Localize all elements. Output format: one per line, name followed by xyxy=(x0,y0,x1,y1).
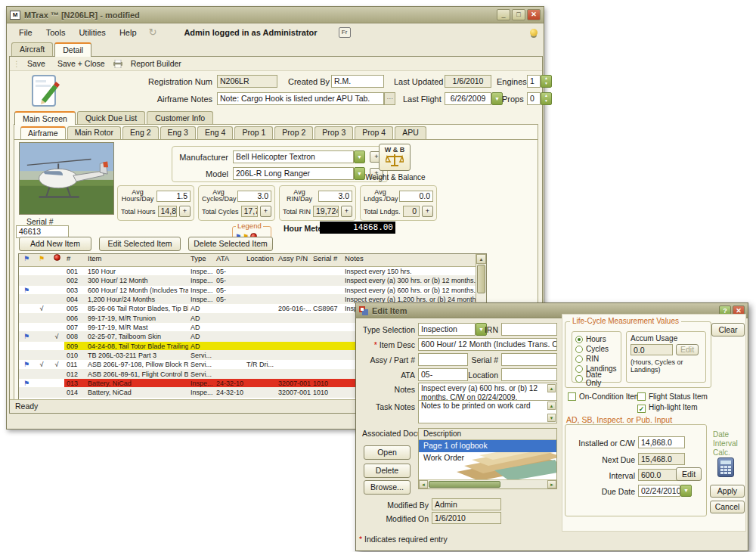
manufacturer-dropdown-icon[interactable]: ▼ xyxy=(354,150,365,163)
minimize-button[interactable]: _ xyxy=(497,9,510,20)
tab-main-screen[interactable]: Main Screen xyxy=(14,111,76,125)
task-scroll-up-icon[interactable]: ▲ xyxy=(547,402,556,410)
tab-prop-2[interactable]: Prop 2 xyxy=(274,126,313,139)
interval-edit-button[interactable]: Edit xyxy=(676,467,702,481)
last-flight-dropdown-icon[interactable]: ▼ xyxy=(491,92,503,105)
menu-help[interactable]: Help xyxy=(113,26,143,39)
tab-detail[interactable]: Detail xyxy=(54,42,91,57)
installed-input[interactable]: 14,868.0 xyxy=(638,436,685,448)
registration-input[interactable]: N206LR xyxy=(217,75,277,88)
open-document-button[interactable]: Open xyxy=(364,445,411,460)
props-input[interactable]: 0 xyxy=(527,92,541,105)
browse-document-button[interactable]: Browse... xyxy=(364,480,411,495)
dlg-location-input[interactable] xyxy=(501,368,557,381)
header-blue-flag-icon[interactable]: ⚑ xyxy=(19,254,34,266)
avg-landings-input[interactable]: 0.0 xyxy=(399,191,433,202)
total-rin-plus-button[interactable]: + xyxy=(341,206,352,217)
save-close-button[interactable]: Save + Close xyxy=(53,57,110,70)
airframe-notes-input[interactable]: Note: Cargo Hook is listed under APU Tab… xyxy=(217,92,384,105)
tab-prop-1[interactable]: Prop 1 xyxy=(234,126,273,139)
delete-document-button[interactable]: Delete xyxy=(364,464,411,478)
delete-selected-item-button[interactable]: Delete Selected Item xyxy=(188,237,273,251)
header-location[interactable]: Location xyxy=(244,254,276,266)
menu-tools[interactable]: Tools xyxy=(40,26,72,39)
last-updated-input[interactable]: 1/6/2010 xyxy=(445,75,491,88)
tab-eng-4[interactable]: Eng 4 xyxy=(197,126,233,139)
header-yellow-flag-icon[interactable]: ⚑ xyxy=(34,254,49,266)
header-assy[interactable]: Assy P/N xyxy=(276,254,311,266)
header-notes[interactable]: Notes xyxy=(342,254,476,266)
tab-main-rotor[interactable]: Main Rotor xyxy=(67,126,121,139)
last-flight-input[interactable]: 6/26/2009 xyxy=(445,92,491,105)
item-desc-input[interactable]: 600 Hour/ 12 Month (Includes Trans. Oil … xyxy=(418,338,557,351)
tab-eng-2[interactable]: Eng 2 xyxy=(122,126,158,139)
total-hours-plus-button[interactable]: + xyxy=(179,206,191,217)
hscroll-left-icon[interactable]: ◄ xyxy=(419,480,428,488)
header-type[interactable]: Type xyxy=(188,254,214,266)
avg-rin-input[interactable]: 3.0 xyxy=(318,191,352,202)
table-row[interactable]: 001150 HourInspe...05-Inspect every 150 … xyxy=(19,267,476,276)
on-condition-checkbox[interactable]: On-Condition Item xyxy=(568,392,640,401)
tab-customer-info[interactable]: Customer Info xyxy=(147,111,213,125)
model-select[interactable]: 206L-R Long Ranger xyxy=(233,167,354,180)
scroll-up-icon[interactable]: ▲ xyxy=(476,254,486,264)
flight-status-checkbox[interactable]: Flight Status Item xyxy=(637,392,708,401)
apply-button[interactable]: Apply xyxy=(710,485,745,498)
total-landings-input[interactable]: 0 xyxy=(403,206,420,217)
accum-edit-button[interactable]: Edit xyxy=(676,344,699,355)
fr-key-icon[interactable]: Fr xyxy=(339,27,351,38)
cancel-button[interactable]: Cancel xyxy=(710,501,745,513)
add-new-item-button[interactable]: Add New Item xyxy=(19,237,91,251)
header-red-target-icon[interactable] xyxy=(49,254,64,266)
dlg-ata-input[interactable]: 05- xyxy=(418,368,468,381)
tab-aircraft[interactable]: Aircraft xyxy=(11,42,53,57)
report-builder-button[interactable]: Report Builder xyxy=(126,57,186,70)
created-by-input[interactable]: R.M. xyxy=(331,75,384,88)
menu-utilities[interactable]: Utilities xyxy=(73,26,111,39)
documents-hscrollbar[interactable]: ◄ ► xyxy=(419,479,556,488)
calculator-icon[interactable] xyxy=(717,457,734,477)
document-item[interactable]: Page 1 of logbook xyxy=(419,440,556,452)
scroll-thumb[interactable] xyxy=(477,265,485,293)
documents-header[interactable]: Description xyxy=(419,429,556,440)
assy-part-input[interactable] xyxy=(418,353,468,366)
total-cycles-input[interactable]: 17,749.0 xyxy=(241,206,258,217)
tab-airframe[interactable]: Airframe xyxy=(20,126,66,139)
titlebar[interactable]: M MTrax ™ [N206LR] - modified _ □ ✕ xyxy=(7,7,544,23)
total-hours-input[interactable]: 14,868.0 xyxy=(158,206,177,217)
notes-expand-icon[interactable]: ⋯ xyxy=(384,92,395,105)
clear-button[interactable]: Clear xyxy=(711,323,745,336)
tab-apu[interactable]: APU xyxy=(395,126,426,139)
radio-cycles[interactable]: Cycles xyxy=(575,344,618,354)
radio-hours[interactable]: Hours xyxy=(575,334,618,344)
highlight-checkbox[interactable]: ✓High-light Item xyxy=(637,403,697,413)
save-button[interactable]: Save xyxy=(23,57,50,70)
header-ata[interactable]: ATA xyxy=(214,254,244,266)
tab-eng-3[interactable]: Eng 3 xyxy=(160,126,196,139)
engines-spinner[interactable]: ▲▼ xyxy=(541,75,552,88)
props-spinner[interactable]: ▲▼ xyxy=(541,92,552,105)
weight-balance-button[interactable]: W & B xyxy=(379,144,411,171)
tab-quick-due-list[interactable]: Quick Due List xyxy=(77,111,145,125)
task-scroll-down-icon[interactable]: ▼ xyxy=(547,414,556,422)
due-date-input[interactable]: 02/24/2010 xyxy=(638,485,680,497)
irn-input[interactable] xyxy=(501,323,557,336)
menu-file[interactable]: File xyxy=(13,26,39,39)
engines-input[interactable]: 1 xyxy=(527,75,541,88)
header-item[interactable]: Item xyxy=(85,254,188,266)
type-selection-select[interactable]: Inspection xyxy=(418,323,476,336)
table-row[interactable]: ⚑003600 Hour/ 12 Month (Includes Tra...I… xyxy=(19,286,476,295)
header-serial[interactable]: Serial # xyxy=(311,254,342,266)
task-notes-textarea[interactable]: Notes to be printed on work card ▲▼ xyxy=(418,400,557,423)
avg-cycles-input[interactable]: 3.0 xyxy=(237,191,271,202)
accum-usage-input[interactable]: 0.0 xyxy=(631,344,673,355)
hscroll-right-icon[interactable]: ► xyxy=(547,480,556,488)
total-landings-plus-button[interactable]: + xyxy=(422,206,433,217)
hscroll-thumb[interactable] xyxy=(429,481,500,488)
total-cycles-plus-button[interactable]: + xyxy=(260,206,271,217)
edit-selected-item-button[interactable]: Edit Selected Item xyxy=(99,237,181,251)
notes-scroll-up-icon[interactable]: ▲ xyxy=(547,384,556,392)
refresh-icon[interactable]: ↻ xyxy=(149,26,157,38)
table-row[interactable]: 002300 Hour/ 12 MonthInspe...05-Inspect … xyxy=(19,276,476,285)
avg-hours-input[interactable]: 1.5 xyxy=(156,191,191,202)
